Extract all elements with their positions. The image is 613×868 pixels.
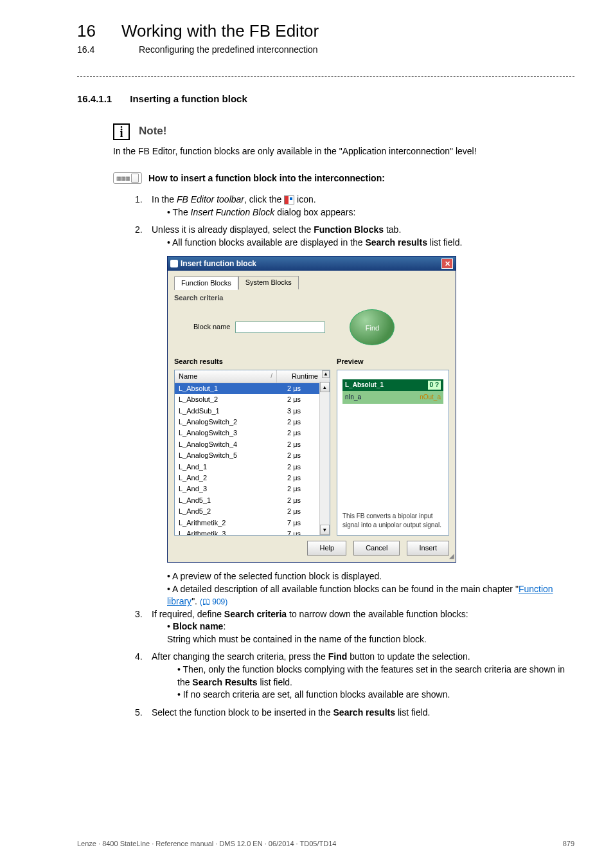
keyboard-icon: ▦▦▦ [113, 172, 142, 184]
subsection-title: Inserting a function block [130, 92, 247, 105]
col-name[interactable]: Name [179, 372, 197, 381]
scroll-down-icon[interactable]: ▾ [320, 525, 330, 535]
preview-panel: L_Absolut_10 ? nIn_anOut_a This FB conve… [337, 370, 449, 536]
table-row[interactable]: L_AnalogSwitch_22 μs [175, 417, 330, 428]
insert-fb-icon [284, 195, 294, 204]
table-row[interactable]: L_And_32 μs [175, 484, 330, 494]
tab-system-blocks[interactable]: System Blocks [238, 276, 299, 289]
table-row[interactable]: L_And5_22 μs [175, 506, 330, 517]
step-4: After changing the search criteria, pres… [135, 651, 574, 701]
table-row[interactable]: L_AnalogSwitch_32 μs [175, 428, 330, 439]
step-3: If required, define Search criteria to n… [135, 608, 574, 646]
tab-function-blocks[interactable]: Function Blocks [174, 276, 238, 289]
table-row[interactable]: L_Absolut_22 μs [175, 394, 330, 405]
table-row[interactable]: L_And_12 μs [175, 462, 330, 473]
preview-label: Preview [337, 357, 449, 366]
post-image-bullet-1: A preview of the selected function block… [167, 570, 574, 583]
step-5: Select the function block to be inserted… [135, 707, 574, 719]
note-body: In the FB Editor, function blocks are on… [113, 145, 574, 158]
step-2: Unless it is already displayed, select t… [135, 224, 574, 249]
dialog-title: Insert function block [181, 258, 256, 269]
cancel-button[interactable]: Cancel [353, 541, 400, 556]
chapter-number: 16 [77, 19, 96, 42]
block-name-input[interactable] [235, 321, 325, 333]
search-criteria-label: Search criteria [174, 293, 449, 303]
table-row[interactable]: L_Arithmetik_27 μs [175, 518, 330, 529]
search-results-label: Search results [174, 357, 330, 366]
section-title: Reconfiguring the predefined interconnec… [139, 44, 318, 57]
scroll-up-icon[interactable]: ▴ [320, 382, 330, 392]
chapter-title: Working with the FB Editor [121, 19, 319, 42]
fb-preview-symbol: L_Absolut_10 ? nIn_anOut_a [342, 379, 443, 404]
howto-heading: How to insert a function block into the … [148, 172, 385, 185]
section-number: 16.4 [77, 44, 113, 57]
help-button[interactable]: Help [307, 541, 346, 556]
page-number: 879 [563, 839, 574, 849]
divider [77, 76, 574, 77]
table-row[interactable]: L_And_22 μs [175, 473, 330, 484]
info-icon: i [113, 123, 130, 140]
insert-button[interactable]: Insert [407, 541, 449, 556]
col-runtime[interactable]: Runtime [292, 372, 318, 381]
post-image-bullet-2: A detailed description of all available … [167, 583, 574, 608]
table-row[interactable]: L_Absolut_12 μs [175, 383, 330, 394]
scrollbar[interactable]: ▴ ▾ [319, 382, 330, 535]
step-3-sub: Block name: String which must be contain… [167, 620, 574, 646]
page-ref: (🕮 909) [200, 597, 227, 606]
resize-grip-icon[interactable]: ◢ [449, 552, 454, 561]
table-row[interactable]: L_Arithmetik_37 μs [175, 529, 330, 536]
subsection-number: 16.4.1.1 [77, 92, 112, 105]
table-row[interactable]: L_And5_12 μs [175, 495, 330, 506]
find-button[interactable]: Find [350, 309, 395, 345]
table-row[interactable]: L_AddSub_13 μs [175, 406, 330, 417]
table-row[interactable]: L_AnalogSwitch_52 μs [175, 450, 330, 461]
step-2-sub: All function blocks available are displa… [167, 237, 574, 249]
step-4-sub-1: Then, only the function blocks complying… [177, 664, 574, 689]
close-icon[interactable]: ✕ [441, 258, 453, 269]
step-4-sub-2: If no search criteria are set, all funct… [177, 689, 574, 701]
preview-description: This FB converts a bipolar input signal … [342, 512, 443, 530]
note-heading: Note! [139, 123, 166, 139]
step-1: In the FB Editor toolbar, click the icon… [135, 194, 574, 219]
results-list[interactable]: Name/ Runtime ▲ L_Absolut_12 μsL_Absolut… [174, 370, 330, 536]
insert-function-block-dialog: Insert function block ✕ Function BlocksS… [167, 256, 456, 563]
dialog-app-icon [170, 260, 178, 267]
block-name-label: Block name [193, 322, 230, 332]
footer-left: Lenze · 8400 StateLine · Reference manua… [77, 839, 336, 849]
table-row[interactable]: L_AnalogSwitch_42 μs [175, 439, 330, 450]
sort-asc-icon[interactable]: ▲ [322, 370, 330, 378]
step-1-sub: The Insert Function Block dialog box app… [167, 206, 574, 219]
